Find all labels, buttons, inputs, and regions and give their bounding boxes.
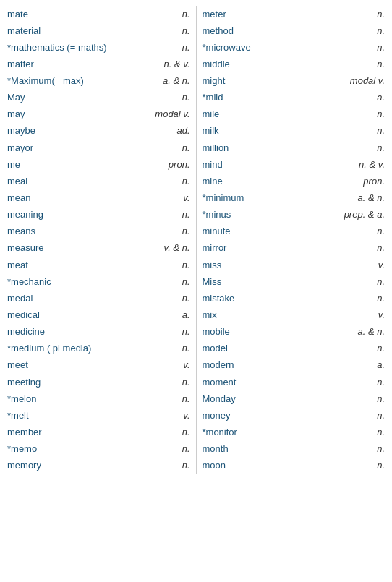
word: meat <box>7 258 28 273</box>
list-item: Mondayn. <box>203 390 385 407</box>
part-of-speech: n. <box>372 408 385 423</box>
list-item: maybead. <box>7 123 190 140</box>
list-item: *meltv. <box>7 407 190 424</box>
list-item: mayorn. <box>7 140 190 156</box>
word: mean <box>7 191 31 205</box>
word: *melon <box>7 392 36 406</box>
list-item: minepron. <box>203 173 385 189</box>
word: meter <box>203 7 226 22</box>
word: meal <box>7 174 27 189</box>
word: month <box>203 442 229 456</box>
part-of-speech: modal v. <box>150 107 189 121</box>
list-item: *medium ( pl media)n. <box>7 341 190 357</box>
list-item: millionn. <box>203 140 385 156</box>
list-item: meetingn. <box>7 374 190 390</box>
part-of-speech: modal v. <box>346 74 385 88</box>
word: mix <box>203 308 217 322</box>
part-of-speech: a. <box>178 308 190 322</box>
list-item: middlen. <box>203 56 385 72</box>
list-item: memoryn. <box>7 458 190 474</box>
part-of-speech: n. <box>178 341 190 356</box>
part-of-speech: n. <box>178 141 190 155</box>
part-of-speech: n. <box>372 141 385 155</box>
word: medal <box>7 291 33 306</box>
list-item: milkn. <box>203 123 385 140</box>
word: mine <box>203 174 223 189</box>
part-of-speech: n. <box>372 241 385 255</box>
list-item: modeln. <box>203 341 385 357</box>
word: model <box>203 341 228 356</box>
list-item: meetv. <box>7 357 190 374</box>
word: Miss <box>203 275 222 289</box>
word: moon <box>203 458 226 473</box>
word: member <box>7 425 42 440</box>
part-of-speech: n. <box>372 341 385 356</box>
part-of-speech: n. & v. <box>160 57 190 72</box>
part-of-speech: prep. & a. <box>340 207 385 222</box>
word: *mathematics (= maths) <box>7 40 107 55</box>
list-item: mistaken. <box>203 290 385 307</box>
list-item: Missn. <box>203 273 385 290</box>
word: *mechanic <box>7 275 51 289</box>
word: *microwave <box>203 40 251 55</box>
part-of-speech: n. <box>178 40 190 55</box>
list-item: metern. <box>203 6 385 22</box>
part-of-speech: n. <box>372 375 385 390</box>
part-of-speech: n. <box>372 458 385 473</box>
word: million <box>203 141 229 155</box>
part-of-speech: n. <box>372 7 385 22</box>
list-item: *melonn. <box>7 390 190 407</box>
word: medicine <box>7 325 45 339</box>
part-of-speech: n. <box>178 174 190 189</box>
list-item: *Maximum(= max)a. & n. <box>7 73 190 90</box>
part-of-speech: n. <box>178 275 190 289</box>
word: meet <box>7 358 28 372</box>
part-of-speech: n. <box>372 224 385 239</box>
part-of-speech: a. & n. <box>353 325 385 339</box>
word: mistake <box>203 291 235 306</box>
word: *memo <box>7 442 37 456</box>
list-item: *microwaven. <box>203 39 385 56</box>
list-item: medicinen. <box>7 324 190 341</box>
list-item: materialn. <box>7 22 190 39</box>
word: memory <box>7 458 41 473</box>
word: *monitor <box>203 425 237 440</box>
word: measure <box>7 241 44 255</box>
part-of-speech: n. <box>372 275 385 289</box>
list-item: moonn. <box>203 458 385 474</box>
part-of-speech: n. <box>178 291 190 306</box>
part-of-speech: n. <box>178 90 190 105</box>
word: mind <box>203 158 223 172</box>
list-item: momentn. <box>203 374 385 390</box>
list-item: membern. <box>7 424 190 441</box>
part-of-speech: n. <box>178 7 190 22</box>
word: *Maximum(= max) <box>7 74 84 88</box>
list-item: meaningn. <box>7 207 190 223</box>
list-item: medaln. <box>7 290 190 307</box>
word: *medium ( pl media) <box>7 341 91 356</box>
list-item: *milda. <box>203 90 385 106</box>
part-of-speech: n. <box>178 442 190 456</box>
list-item: mirrorn. <box>203 240 385 257</box>
word: modern <box>203 358 234 372</box>
part-of-speech: n. <box>178 392 190 406</box>
part-of-speech: n. <box>178 458 190 473</box>
list-item: *minusprep. & a. <box>203 207 385 223</box>
list-item: mindn. & v. <box>203 156 385 173</box>
list-item: meatn. <box>7 257 190 273</box>
word: me <box>7 158 20 172</box>
list-item: measurev. & n. <box>7 240 190 257</box>
part-of-speech: v. & n. <box>160 241 190 255</box>
part-of-speech: n. <box>372 57 385 72</box>
word: material <box>7 24 41 38</box>
word: method <box>203 24 234 38</box>
word: mobile <box>203 325 230 339</box>
word: mate <box>7 7 28 22</box>
list-item: *mathematics (= maths)n. <box>7 39 190 56</box>
part-of-speech: v. <box>179 408 189 423</box>
part-of-speech: n. <box>178 325 190 339</box>
list-item: *monitorn. <box>203 424 385 441</box>
word: *minus <box>203 207 231 222</box>
word: *mild <box>203 90 223 105</box>
word: May <box>7 90 25 105</box>
